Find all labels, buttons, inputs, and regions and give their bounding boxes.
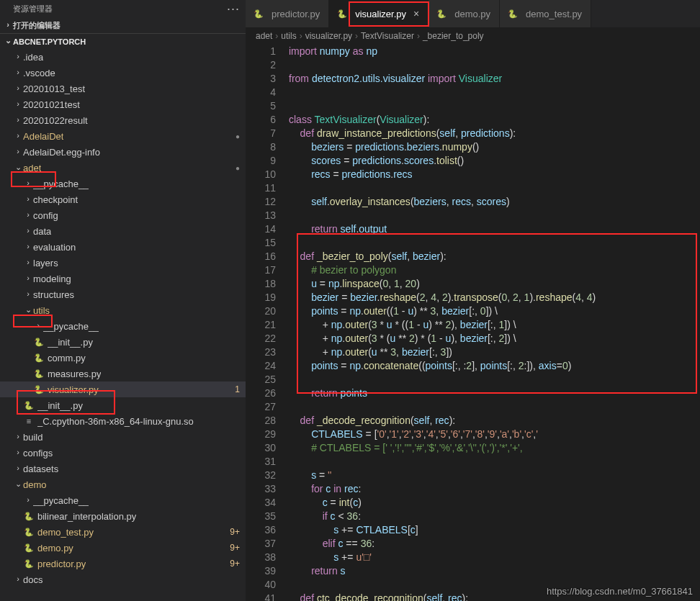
- file-item[interactable]: 🐍__init__.py: [0, 334, 246, 350]
- item-label: predictor.py: [37, 559, 86, 569]
- breadcrumb-item[interactable]: _bezier_to_poly: [423, 31, 484, 41]
- tab-label: demo.py: [454, 9, 490, 19]
- chevron-right-icon: [23, 194, 33, 203]
- chevron-right-icon: [33, 321, 43, 330]
- file-item[interactable]: 🐍demo_test.py9+: [0, 524, 246, 540]
- breadcrumb-sep: ›: [300, 31, 302, 41]
- file-item[interactable]: 🐍comm.py: [0, 350, 246, 366]
- folder-item[interactable]: AdelaiDet.egg-info: [0, 144, 246, 160]
- breadcrumb-item[interactable]: utils: [281, 31, 296, 41]
- code-editor[interactable]: 1234567891011121314151617181920212223242…: [246, 45, 700, 601]
- breadcrumb[interactable]: adet›utils›visualizer.py›TextVisualizer›…: [246, 27, 700, 45]
- folder-item[interactable]: .vscode: [0, 65, 246, 81]
- project-header[interactable]: ABCNET.PYTORCH: [0, 33, 246, 49]
- tab-label: predictor.py: [272, 9, 320, 19]
- folder-item[interactable]: __pycache__: [0, 176, 246, 191]
- folder-item[interactable]: utils: [0, 302, 246, 318]
- file-item[interactable]: 🐍demo.py9+: [0, 540, 246, 556]
- chevron-right-icon: [13, 68, 23, 76]
- item-label: .vscode: [23, 68, 55, 78]
- editor-tabs: 🐍predictor.py🐍visualizer.py×🐍demo.py🐍dem…: [246, 0, 700, 27]
- breadcrumb-item[interactable]: visualizer.py: [305, 31, 352, 41]
- panel-title: 资源管理器 ···: [0, 0, 246, 17]
- python-file-icon: 🐍: [436, 8, 447, 19]
- item-label: AdelaiDet.egg-info: [23, 147, 100, 158]
- chevron-right-icon: [23, 495, 33, 504]
- folder-item[interactable]: checkpoint: [0, 191, 246, 207]
- file-item[interactable]: 🐍visualizer.py1: [0, 381, 246, 397]
- folder-item[interactable]: structures: [0, 286, 246, 302]
- folder-item[interactable]: 20201013_test: [0, 81, 246, 96]
- folder-item[interactable]: config: [0, 207, 246, 223]
- item-label: __init__.py: [48, 337, 93, 348]
- tab-visualizer-py[interactable]: 🐍visualizer.py×: [329, 0, 428, 27]
- folder-item[interactable]: .idea: [0, 49, 246, 65]
- folder-item[interactable]: data: [0, 223, 246, 239]
- item-label: __pycache__: [33, 179, 89, 189]
- python-file-icon: 🐍: [507, 8, 519, 19]
- file-item[interactable]: 🐍measures.py: [0, 366, 246, 381]
- file-icon: ≡: [23, 415, 35, 427]
- chevron-right-icon: [23, 258, 33, 266]
- item-label: comm.py: [48, 353, 86, 363]
- close-icon[interactable]: ×: [413, 8, 419, 19]
- item-label: AdelaiDet: [23, 131, 63, 142]
- item-label: structures: [33, 289, 74, 300]
- editor-area: 🐍predictor.py🐍visualizer.py×🐍demo.py🐍dem…: [246, 0, 700, 601]
- item-label: adet: [23, 163, 41, 173]
- folder-item[interactable]: evaluation: [0, 239, 246, 255]
- python-file-icon: 🐍: [23, 510, 35, 522]
- folder-item[interactable]: layers: [0, 255, 246, 271]
- chevron-right-icon: [13, 464, 23, 472]
- python-file-icon: 🐍: [23, 542, 35, 553]
- tab-demo-py[interactable]: 🐍demo.py: [428, 0, 500, 27]
- folder-item[interactable]: build: [0, 429, 246, 445]
- tab-label: demo_test.py: [526, 9, 582, 19]
- chevron-right-icon: [13, 432, 23, 440]
- item-label: 20201022result: [23, 115, 88, 126]
- chevron-right-icon: [13, 115, 23, 124]
- item-label: data: [33, 226, 51, 237]
- open-editors-header[interactable]: 打开的编辑器: [0, 17, 246, 33]
- python-file-icon: 🐍: [23, 526, 35, 538]
- folder-item[interactable]: __pycache__: [0, 318, 246, 334]
- folder-item[interactable]: __pycache__: [0, 492, 246, 508]
- chevron-down-icon: [3, 36, 13, 45]
- item-label: layers: [33, 258, 58, 268]
- file-item[interactable]: 🐍bilinear_interpolation.py: [0, 508, 246, 524]
- open-editors-label: 打开的编辑器: [13, 20, 60, 31]
- folder-item[interactable]: AdelaiDet●: [0, 128, 246, 144]
- python-file-icon: 🐍: [23, 399, 35, 411]
- folder-item[interactable]: datasets: [0, 461, 246, 476]
- chevron-right-icon: [13, 83, 23, 92]
- folder-item[interactable]: configs: [0, 445, 246, 461]
- folder-item[interactable]: 20201022result: [0, 112, 246, 128]
- item-label: docs: [23, 574, 42, 585]
- chevron-right-icon: [3, 20, 13, 29]
- folder-item[interactable]: modeling: [0, 271, 246, 286]
- item-label: demo.py: [37, 543, 73, 553]
- file-item[interactable]: ≡_C.cpython-36m-x86_64-linux-gnu.so: [0, 413, 246, 429]
- project-name: ABCNET.PYTORCH: [13, 37, 86, 46]
- folder-item[interactable]: demo: [0, 476, 246, 492]
- item-label: 20201021test: [23, 99, 80, 110]
- chevron-right-icon: [13, 574, 23, 583]
- breadcrumb-item[interactable]: TextVisualizer: [361, 31, 414, 41]
- tab-predictor-py[interactable]: 🐍predictor.py: [246, 0, 329, 27]
- tab-demo_test-py[interactable]: 🐍demo_test.py: [500, 0, 591, 27]
- code-content[interactable]: import numpy as np from detectron2.utils…: [289, 45, 700, 601]
- more-icon[interactable]: ···: [227, 1, 240, 17]
- breadcrumb-item[interactable]: adet: [256, 31, 272, 41]
- python-file-icon: 🐍: [253, 8, 264, 19]
- chevron-right-icon: [23, 274, 33, 282]
- python-file-icon: 🐍: [336, 8, 348, 19]
- item-label: 20201013_test: [23, 83, 85, 94]
- item-label: visualizer.py: [48, 384, 99, 395]
- file-item[interactable]: 🐍__init__.py: [0, 397, 246, 413]
- item-label: checkpoint: [33, 194, 78, 205]
- folder-item[interactable]: docs: [0, 571, 246, 587]
- folder-item[interactable]: 20201021test: [0, 96, 246, 112]
- file-item[interactable]: 🐍predictor.py9+: [0, 556, 246, 571]
- folder-item[interactable]: adet●: [0, 160, 246, 176]
- chevron-right-icon: [23, 179, 33, 187]
